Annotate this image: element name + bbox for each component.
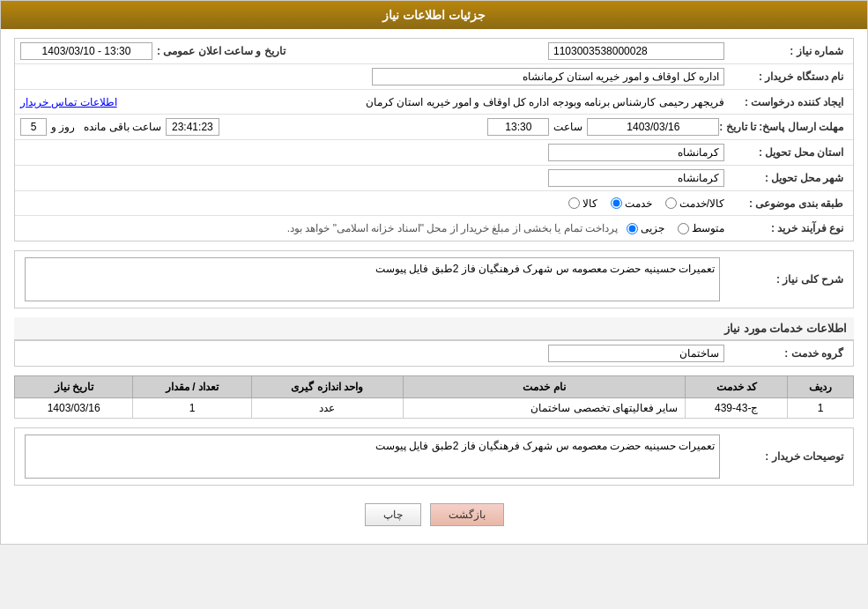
table-cell: سایر فعالیتهای تخصصی ساختمان — [403, 398, 686, 419]
grohe-value: ساختمان — [548, 345, 724, 362]
tabaqe-kala-item: کالا — [568, 197, 597, 210]
ostan-label: استان محل تحویل : — [724, 146, 848, 159]
noe-radio-group: متوسط جزیی — [627, 222, 724, 234]
col-tedad: تعداد / مقدار — [133, 376, 251, 398]
main-info-section: شماره نیاز : 1103003538000028 تاریخ و سا… — [14, 38, 854, 241]
back-button[interactable]: بازگشت — [430, 503, 504, 526]
noe-motaset-radio[interactable] — [678, 223, 689, 234]
table-cell: 1 — [133, 398, 251, 419]
noe-label: نوع فرآیند خرید : — [724, 222, 848, 234]
row-sharh: شرح کلی نیاز : تعمیرات حسینیه حضرت معصوم… — [15, 251, 853, 308]
buttons-row: بازگشت چاپ — [14, 494, 854, 535]
col-nam: نام خدمت — [403, 376, 686, 398]
col-radif: ردیف — [788, 376, 854, 398]
tabaqe-kala-label: کالا — [582, 197, 597, 210]
khadamat-title: اطلاعات خدمات مورد نیاز — [14, 317, 854, 340]
row-namdastgah: نام دستگاه خریدار : اداره کل اوقاف و امو… — [15, 64, 853, 90]
services-table: ردیف کد خدمت نام خدمت واحد اندازه گیری ت… — [14, 375, 854, 419]
table-cell: 1403/03/16 — [15, 398, 133, 419]
tosif-section: توصیحات خریدار : تعمیرات حسینیه حضرت معص… — [14, 427, 854, 486]
tabaqe-kala-khedmat-label: کالا/خدمت — [679, 197, 724, 210]
sharh-label: شرح کلی نیاز : — [724, 273, 848, 286]
row-shahr: شهر محل تحویل : کرمانشاه — [15, 166, 853, 191]
table-cell: 1 — [788, 398, 854, 419]
row-grohe: گروه خدمت : ساختمان — [15, 341, 853, 366]
namdastgah-value: اداره کل اوقاف و امور خیریه استان کرمانش… — [372, 68, 724, 85]
tabaqe-kala-radio[interactable] — [568, 197, 580, 209]
mohlat-days: 5 — [20, 118, 47, 136]
ostan-value: کرمانشاه — [548, 144, 724, 161]
row-shomare: شماره نیاز : 1103003538000028 تاریخ و سا… — [15, 39, 853, 64]
row-ijad: ایجاد کننده درخواست : فریجهر رحیمی کارشن… — [15, 90, 853, 115]
table-row: 1ج-43-439سایر فعالیتهای تخصصی ساختمانعدد… — [15, 398, 854, 419]
mohlat-date: 1403/03/16 — [587, 118, 719, 136]
page-title: جزئیات اطلاعات نیاز — [382, 8, 486, 22]
tabaqe-kala-khedmat-item: کالا/خدمت — [665, 197, 724, 210]
shahr-value: کرمانشاه — [548, 169, 724, 187]
row-mohlat: مهلت ارسال پاسخ: تا تاریخ : 1403/03/16 س… — [15, 115, 853, 140]
noe-jozyi-radio[interactable] — [627, 223, 638, 234]
tabaqe-kala-khedmat-radio[interactable] — [665, 197, 677, 209]
tabaqe-label: طبقه بندی موضوعی : — [724, 197, 848, 210]
mohlat-day-label: روز و — [51, 121, 75, 133]
contact-link[interactable]: اطلاعات تماس خریدار — [20, 96, 117, 108]
shahr-label: شهر محل تحویل : — [724, 172, 848, 184]
mohlat-label: مهلت ارسال پاسخ: تا تاریخ : — [719, 121, 848, 133]
table-cell: ج-43-439 — [686, 398, 788, 419]
tabaqe-khedmat-label: خدمت — [625, 197, 652, 210]
table-cell: عدد — [251, 398, 403, 419]
col-kod: کد خدمت — [686, 376, 788, 398]
page-header: جزئیات اطلاعات نیاز — [1, 1, 867, 29]
tabaqe-radio-group: کالا/خدمت خدمت کالا — [568, 197, 724, 210]
mohlat-remaining: 23:41:23 — [166, 118, 219, 136]
shomare-label: شماره نیاز : — [724, 45, 848, 57]
ijad-value: فریجهر رحیمی کارشناس برنامه وبودجه اداره… — [124, 96, 724, 108]
mohlat-time-label: ساعت — [553, 121, 582, 133]
ijad-label: ایجاد کننده درخواست : — [724, 96, 848, 108]
noe-jozyi-item: جزیی — [627, 222, 664, 234]
mohlat-remaining-label: ساعت باقی مانده — [84, 121, 161, 133]
tabaqe-khedmat-item: خدمت — [611, 197, 652, 210]
row-ostan: استان محل تحویل : کرمانشاه — [15, 140, 853, 166]
khadamat-section: گروه خدمت : ساختمان — [14, 340, 854, 367]
noe-motaset-item: متوسط — [678, 222, 724, 234]
services-table-section: ردیف کد خدمت نام خدمت واحد اندازه گیری ت… — [14, 375, 854, 419]
tosif-value: تعمیرات حسینیه حضرت معصومه س شهرک فرهنگی… — [25, 434, 720, 479]
row-tosif: توصیحات خریدار : تعمیرات حسینیه حضرت معص… — [15, 428, 853, 485]
tarikh-elan-value: 1403/03/10 - 13:30 — [20, 42, 152, 60]
noe-motaset-label: متوسط — [692, 222, 724, 234]
sharh-section: شرح کلی نیاز : تعمیرات حسینیه حضرت معصوم… — [14, 250, 854, 308]
tabaqe-khedmat-radio[interactable] — [611, 197, 622, 209]
namdastgah-label: نام دستگاه خریدار : — [724, 71, 848, 83]
print-button[interactable]: چاپ — [365, 503, 421, 526]
mohlat-time: 13:30 — [487, 118, 549, 136]
noe-jozyi-label: جزیی — [641, 222, 664, 234]
shomare-value: 1103003538000028 — [548, 42, 724, 60]
col-tarikh: تاریخ نیاز — [15, 376, 133, 398]
tosif-label: توصیحات خریدار : — [724, 450, 848, 463]
grohe-label: گروه خدمت : — [724, 347, 848, 360]
noe-description: پرداخت تمام یا بخشی از مبلغ خریدار از مح… — [287, 222, 618, 234]
col-vahed: واحد اندازه گیری — [251, 376, 403, 398]
row-noe: نوع فرآیند خرید : متوسط جزیی پرداخت تمام… — [15, 216, 853, 241]
tarikh-elan-label: تاریخ و ساعت اعلان عمومی : — [157, 45, 290, 57]
row-tabaqe: طبقه بندی موضوعی : کالا/خدمت خدمت کالا — [15, 191, 853, 216]
sharh-value: تعمیرات حسینیه حضرت معصومه س شهرک فرهنگی… — [25, 257, 720, 301]
